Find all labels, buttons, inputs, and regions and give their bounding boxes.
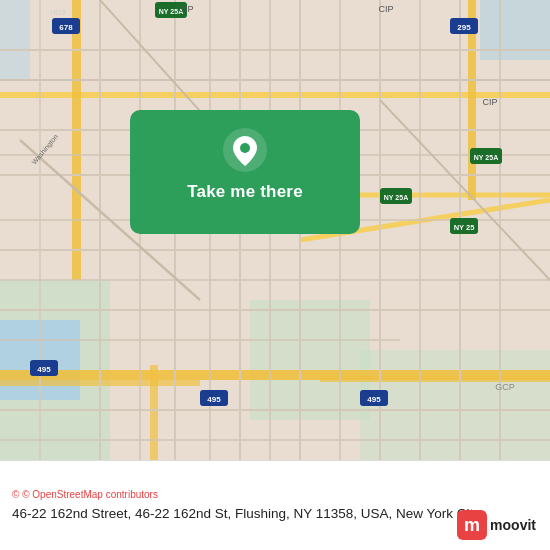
svg-text:I 678: I 678 bbox=[50, 9, 66, 16]
popup-card[interactable]: Take me there bbox=[130, 110, 360, 234]
moovit-icon: m bbox=[457, 510, 487, 540]
svg-rect-3 bbox=[250, 300, 370, 420]
svg-text:NY 25A: NY 25A bbox=[384, 194, 408, 201]
osm-text: © OpenStreetMap contributors bbox=[22, 489, 158, 500]
svg-text:495: 495 bbox=[37, 365, 51, 374]
location-pin-icon bbox=[223, 128, 267, 172]
moovit-logo: m moovit bbox=[457, 510, 536, 540]
svg-text:495: 495 bbox=[207, 395, 221, 404]
svg-text:CIP: CIP bbox=[482, 97, 497, 107]
svg-text:NY 25: NY 25 bbox=[454, 223, 475, 232]
map-container: 678 295 495 495 495 NY 25A NY 25A NY 25A… bbox=[0, 0, 550, 460]
svg-rect-4 bbox=[360, 350, 550, 460]
svg-rect-9 bbox=[320, 376, 550, 382]
popup-label: Take me there bbox=[187, 182, 303, 216]
svg-text:NY 25A: NY 25A bbox=[474, 154, 498, 161]
osm-icon: © bbox=[12, 489, 19, 500]
svg-text:295: 295 bbox=[457, 23, 471, 32]
svg-text:CIP: CIP bbox=[178, 4, 193, 14]
svg-point-69 bbox=[240, 143, 250, 153]
svg-text:495: 495 bbox=[367, 395, 381, 404]
moovit-text: moovit bbox=[490, 517, 536, 533]
svg-rect-6 bbox=[0, 0, 30, 80]
bottom-bar: © © OpenStreetMap contributors 46-22 162… bbox=[0, 460, 550, 550]
svg-text:CIP: CIP bbox=[378, 4, 393, 14]
svg-rect-13 bbox=[72, 0, 81, 280]
svg-text:678: 678 bbox=[59, 23, 73, 32]
osm-credit: © © OpenStreetMap contributors bbox=[12, 489, 538, 500]
svg-text:GCP: GCP bbox=[495, 382, 515, 392]
svg-rect-15 bbox=[150, 365, 158, 460]
